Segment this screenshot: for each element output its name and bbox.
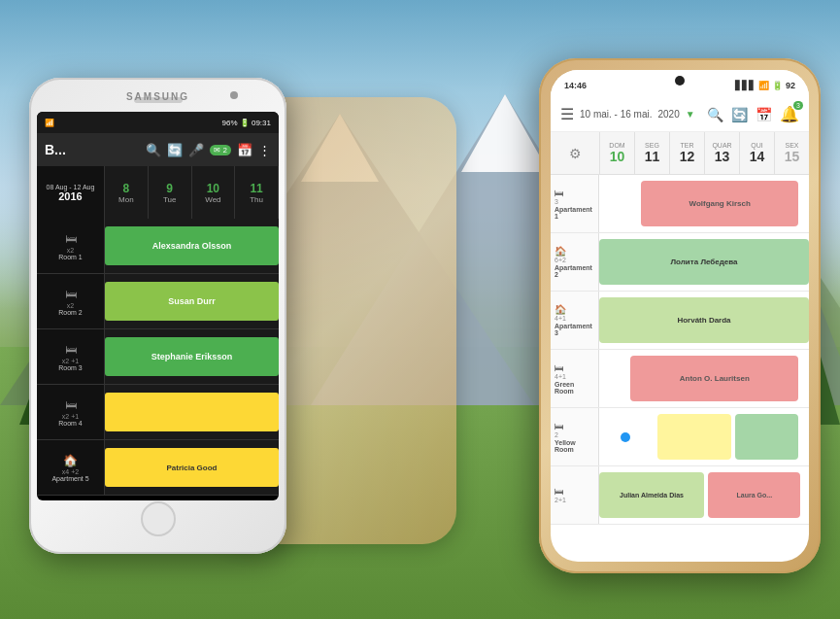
- samsung-toolbar: B... 🔍 🔄 🎤 ✉ 2 📅 ⋮: [37, 133, 279, 166]
- mail-badge[interactable]: ✉ 2: [210, 145, 231, 155]
- bed-icon-4: 🛏: [65, 398, 77, 412]
- room-name-1: Room 1: [58, 254, 83, 260]
- more-icon[interactable]: ⋮: [258, 143, 271, 157]
- room-cap: 2+1: [554, 497, 566, 503]
- room-name: Yellow Room: [554, 439, 594, 453]
- calendar-icon[interactable]: 📅: [756, 107, 772, 122]
- modern-rooms: 🛏 3 Apartament 1 Wolfgang Kirsch 🏠 6+2 A…: [551, 175, 809, 525]
- booking-lolita: Лолита Лебедева: [599, 239, 809, 285]
- samsung-home-button[interactable]: [141, 501, 176, 536]
- booking-laura: Laura Go...: [708, 472, 800, 518]
- modern-room-label-1: 🛏 3 Apartament 1: [551, 175, 599, 232]
- booking-cell-2: Susan Durr: [105, 274, 279, 328]
- phone-samsung: SAMSUNG 📶 96% 🔋 09:31 B... 🔍 🔄 🎤 ✉ 2 📅 ⋮: [29, 78, 286, 554]
- day-col-sex: SEX 15: [774, 132, 809, 174]
- samsung-brand: SAMSUNG: [126, 91, 189, 102]
- table-row: 🛏 x2 +1 Room 3 Stephanie Eriksson: [37, 329, 279, 385]
- capacity-2: x2: [67, 302, 74, 309]
- table-row: 🏠 x4 +2 Apartment 5 Patricia Good: [37, 440, 279, 496]
- samsung-rooms: 🛏 x2 Room 1 Alexsandra Olsson 🛏 x2 Room …: [37, 219, 279, 496]
- filter-icon[interactable]: ⚙: [569, 146, 582, 161]
- bell-badge[interactable]: 🔔 3: [780, 105, 799, 123]
- table-row: 🏠 4+1 Apartament 3 Horváth Darda: [551, 292, 809, 350]
- modern-cal-header: ⚙ DOM 10 SEG 11 TER 12 QUAR 13: [551, 132, 809, 175]
- modern-room-label-3: 🏠 4+1 Apartament 3: [551, 292, 599, 349]
- room-cap: 4+1: [554, 315, 566, 322]
- booking-wolfgang: Wolfgang Kirsch: [641, 181, 798, 226]
- samsung-cal-days: 8 Mon 9 Tue 10 Wed 11 Thu: [105, 166, 279, 219]
- dropdown-icon[interactable]: ▼: [686, 109, 695, 120]
- modern-time: 14:46: [564, 81, 587, 90]
- booking-cell-4: [105, 385, 279, 439]
- booking-bar-1: Alexsandra Olsson: [105, 226, 279, 265]
- room-name-4: Room 4: [58, 420, 83, 427]
- room-name-3: Room 3: [58, 364, 83, 371]
- booking-horvath: Horváth Darda: [599, 297, 809, 343]
- home-icon: 🏠: [554, 304, 566, 315]
- room-cap: 3: [554, 198, 558, 205]
- room-name-5: Apartment 5: [51, 475, 88, 482]
- samsung-cal-header: 08 Aug - 12 Aug 2016 8 Mon 9 Tue 10 Wed …: [37, 166, 279, 219]
- booking-area-5: [599, 408, 809, 465]
- capacity-4: x2 +1: [62, 413, 79, 420]
- day-col-seg: SEG 11: [634, 132, 669, 174]
- room-label-2: 🛏 x2 Room 2: [37, 274, 105, 328]
- room-cap: 2: [554, 431, 558, 438]
- modern-camera: [675, 76, 685, 86]
- refresh-icon[interactable]: 🔄: [167, 143, 183, 157]
- toolbar-date: 10 mai. - 16 mai.: [580, 109, 652, 120]
- capacity-3: x2 +1: [62, 358, 79, 364]
- mic-icon[interactable]: 🎤: [188, 143, 204, 157]
- room-cap: 4+1: [554, 373, 566, 380]
- toolbar-year: 2020: [657, 109, 679, 120]
- calendar-icon[interactable]: 📅: [237, 143, 252, 157]
- samsung-date-range: 08 Aug - 12 Aug 2016: [37, 166, 105, 219]
- table-row: 🛏 x2 Room 2 Susan Durr: [37, 274, 279, 329]
- booking-bar-3: Stephanie Eriksson: [105, 337, 279, 376]
- bed-icon-1: 🛏: [65, 232, 77, 246]
- search-icon[interactable]: 🔍: [707, 107, 723, 122]
- samsung-wifi-icon: 📶: [45, 119, 54, 127]
- room-label-4: 🛏 x2 +1 Room 4: [37, 385, 105, 439]
- modern-room-label-4: 🛏 4+1 Green Room: [551, 350, 599, 407]
- status-right: ▋▋▋ 📶 🔋 92: [735, 81, 795, 90]
- room-name-2: Room 2: [58, 309, 83, 316]
- room-label-1: 🛏 x2 Room 1: [37, 219, 105, 273]
- modern-room-label-6: 🛏 2+1: [551, 466, 599, 524]
- table-row: 🛏 x2 +1 Room 4: [37, 385, 279, 440]
- booking-cell-3: Stephanie Eriksson: [105, 329, 279, 384]
- battery-icon: 🔋: [772, 81, 783, 90]
- modern-room-label-5: 🛏 2 Yellow Room: [551, 408, 599, 465]
- menu-icon[interactable]: ☰: [560, 105, 574, 123]
- bed-icon: 🛏: [554, 362, 564, 373]
- day-col-ter: TER 12: [669, 132, 704, 174]
- table-row: 🛏 4+1 Green Room Anton O. Lauritsen: [551, 350, 809, 408]
- filter-col: ⚙: [551, 132, 599, 174]
- day-col-9: 9 Tue: [149, 166, 192, 219]
- day-col-8: 8 Mon: [105, 166, 149, 219]
- toolbar-left: ☰ 10 mai. - 16 mai. 2020 ▼: [560, 105, 695, 123]
- booking-area-6: Julian Almeida Dias Laura Go...: [599, 466, 809, 524]
- table-row: 🛏 x2 Room 1 Alexsandra Olsson: [37, 219, 279, 274]
- table-row: 🛏 2+1 Julian Almeida Dias Laura Go...: [551, 466, 809, 525]
- room-label-3: 🛏 x2 +1 Room 3: [37, 329, 105, 384]
- search-icon[interactable]: 🔍: [146, 143, 161, 157]
- modern-screen: 14:46 ▋▋▋ 📶 🔋 92 ☰ 10 mai. - 16 mai. 202…: [551, 70, 809, 562]
- room-name: Green Room: [554, 381, 594, 395]
- samsung-statusbar: 📶 96% 🔋 09:31: [37, 112, 279, 133]
- booking-area-4: Anton O. Lauritsen: [599, 350, 809, 407]
- booking-yellow: [657, 414, 731, 460]
- bed-icon-3: 🛏: [65, 343, 77, 357]
- signal-icon: ▋▋▋: [735, 81, 756, 90]
- booking-cell-1: Alexsandra Olsson: [105, 219, 279, 273]
- toolbar-icons: 🔍 🔄 📅 🔔 3: [707, 105, 799, 123]
- home-icon-5: 🏠: [63, 454, 78, 467]
- capacity-1: x2: [67, 247, 74, 254]
- refresh-icon[interactable]: 🔄: [731, 107, 748, 122]
- booking-bar-4: [105, 393, 279, 431]
- table-row: 🛏 3 Apartament 1 Wolfgang Kirsch: [551, 175, 809, 233]
- booking-bar-2: Susan Durr: [105, 282, 279, 321]
- booking-green-yr: [735, 414, 798, 460]
- home-icon: 🏠: [554, 246, 566, 257]
- capacity-5: x4 +2: [62, 468, 79, 475]
